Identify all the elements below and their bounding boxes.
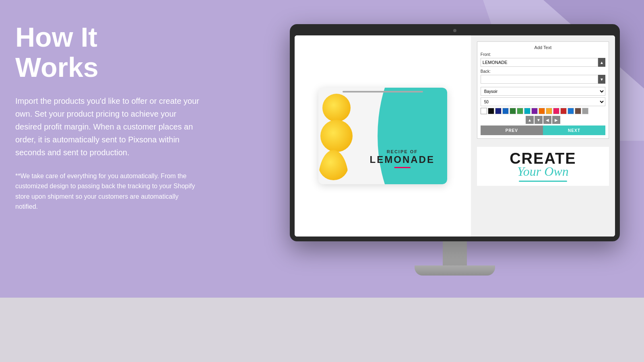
color-green[interactable] <box>517 108 523 114</box>
color-brown[interactable] <box>575 108 581 114</box>
back-input[interactable] <box>481 75 598 84</box>
color-darkgreen[interactable] <box>510 108 516 114</box>
left-content: How It Works Import the products you'd l… <box>15 22 200 212</box>
pouch-zipper <box>343 91 423 93</box>
create-underline <box>519 181 567 182</box>
monitor: RECIPE OF LEMONADE Add Text Front: ▲ <box>290 24 620 241</box>
size-dropdown[interactable]: 50 <box>481 97 605 106</box>
monitor-screen: RECIPE OF LEMONADE Add Text Front: ▲ <box>295 35 615 237</box>
color-gray[interactable] <box>582 108 588 114</box>
add-text-label: Add Text <box>481 45 605 50</box>
color-orange[interactable] <box>539 108 545 114</box>
front-input-up-btn[interactable]: ▲ <box>598 58 605 67</box>
color-blue[interactable] <box>502 108 509 114</box>
create-label: CREATE <box>510 150 576 167</box>
heading-line1: How It <box>15 22 97 52</box>
monitor-camera <box>453 29 456 32</box>
pouch: RECIPE OF LEMONADE <box>318 88 447 184</box>
arrow-right-btn[interactable]: ▶ <box>552 116 560 124</box>
create-your-own-logo: CREATE Your Own <box>477 147 609 186</box>
monitor-neck <box>443 241 467 265</box>
panel-top: Add Text Front: ▲ Back: ▼ Baysoir <box>477 41 609 139</box>
font-dropdown[interactable]: Baysoir <box>481 87 605 96</box>
footnote-text: **We take care of everything for you aut… <box>15 171 200 212</box>
pouch-lemon-2 <box>320 120 353 152</box>
color-darkblue[interactable] <box>495 108 502 114</box>
front-input-row: ▲ <box>481 58 605 67</box>
monitor-container: RECIPE OF LEMONADE Add Text Front: ▲ <box>290 24 620 276</box>
screen-product-area: RECIPE OF LEMONADE <box>295 35 471 237</box>
pouch-teal-wave <box>370 88 447 184</box>
front-input[interactable] <box>481 58 598 67</box>
description-text: Import the products you'd like to offer … <box>15 95 200 159</box>
pouch-recipe-label: RECIPE OF <box>370 149 435 154</box>
create-text-wrapper: CREATE Your Own <box>481 151 605 182</box>
color-lightblue[interactable] <box>568 108 574 114</box>
front-label: Front: <box>481 52 605 57</box>
main-heading: How It Works <box>15 22 200 82</box>
arrow-controls: ▲ ▼ ◀ ▶ <box>481 116 605 124</box>
product-mockup: RECIPE OF LEMONADE <box>318 88 447 184</box>
nav-buttons: PREV NEXT <box>481 125 605 135</box>
pouch-lemon-1 <box>322 94 351 122</box>
back-label: Back: <box>481 69 605 74</box>
color-pink[interactable] <box>553 108 559 114</box>
arrow-left-btn[interactable]: ◀ <box>543 116 551 124</box>
color-white[interactable] <box>481 108 487 114</box>
color-purple[interactable] <box>531 108 538 114</box>
color-red[interactable] <box>560 108 567 114</box>
pouch-text-area: RECIPE OF LEMONADE <box>370 149 435 168</box>
color-yellow[interactable] <box>546 108 552 114</box>
color-black[interactable] <box>488 108 494 114</box>
arrow-down-btn[interactable]: ▼ <box>535 116 543 124</box>
arrow-up-btn[interactable]: ▲ <box>526 116 534 124</box>
back-input-down-btn[interactable]: ▼ <box>598 75 605 84</box>
next-button[interactable]: NEXT <box>543 125 605 135</box>
color-palette <box>481 108 605 114</box>
pouch-lemon-3 <box>318 150 349 180</box>
heading-line2: Works <box>15 52 99 82</box>
monitor-base <box>415 265 495 276</box>
color-cyan[interactable] <box>524 108 530 114</box>
pouch-underline <box>394 167 410 168</box>
screen-panel: Add Text Front: ▲ Back: ▼ Baysoir <box>471 35 615 237</box>
pouch-lemonade-label: LEMONADE <box>370 154 435 165</box>
back-input-row: ▼ <box>481 75 605 84</box>
prev-button[interactable]: PREV <box>481 125 543 135</box>
bg-bottom <box>0 298 644 362</box>
create-text: CREATE <box>510 151 576 166</box>
